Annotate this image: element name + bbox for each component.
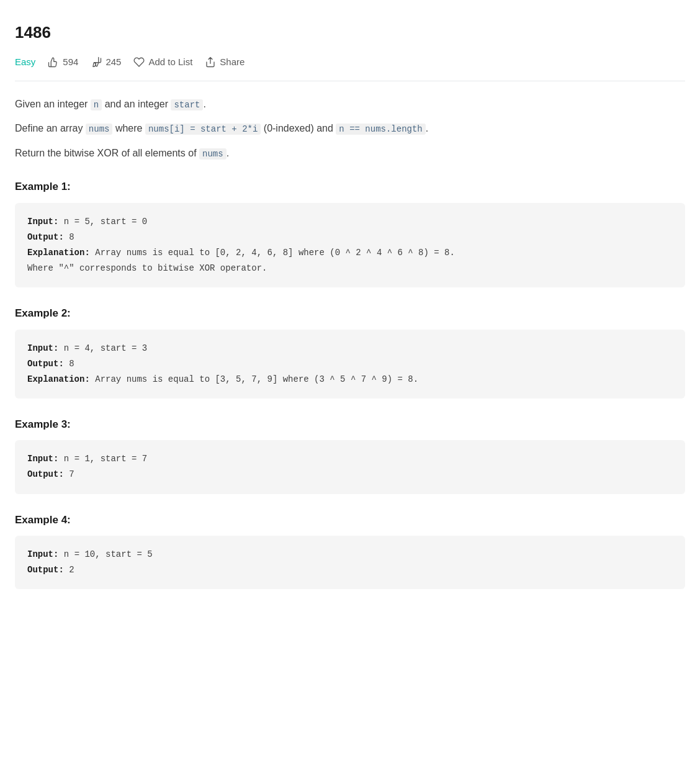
problem-title: 1486 [15,20,685,46]
example-3: Example 3:Input: n = 1, start = 7Output:… [15,416,685,494]
description-line2: Define an array nums where nums[i] = sta… [15,120,685,137]
example-title-1: Example 1: [15,178,685,195]
meta-bar: Easy 594 245 Add to List Share [15,55,685,81]
output-line: Output: 8 [27,356,673,372]
thumbs-down-icon [91,56,102,68]
thumbs-up-icon [48,56,59,68]
input-line: Input: n = 1, start = 7 [27,451,673,467]
add-to-list-label: Add to List [148,56,192,67]
input-line: Input: n = 4, start = 3 [27,341,673,356]
output-line: Output: 2 [27,562,673,578]
inline-code-nums2: nums [199,148,227,160]
add-to-list-button[interactable]: Add to List [133,56,192,68]
example-1: Example 1:Input: n = 5, start = 0Output:… [15,178,685,287]
example-4: Example 4:Input: n = 10, start = 5Output… [15,511,685,590]
output-line: Output: 7 [27,467,673,482]
example-code-2: Input: n = 4, start = 3Output: 8Explanat… [15,330,685,399]
upvote-button[interactable]: 594 [48,56,78,68]
explanation-line: Explanation: Array nums is equal to [0, … [27,245,673,261]
share-icon [205,56,216,68]
heart-icon [133,56,145,68]
share-button[interactable]: Share [205,56,245,68]
problem-description: Given an integer n and an integer start.… [15,96,685,161]
downvote-count: 245 [105,56,121,67]
downvote-button[interactable]: 245 [91,56,121,68]
inline-code-nums: nums [86,124,113,135]
explanation-line2: Where "^" corresponds to bitwise XOR ope… [27,261,673,276]
example-code-4: Input: n = 10, start = 5Output: 2 [15,536,685,589]
examples-section: Example 1:Input: n = 5, start = 0Output:… [15,178,685,589]
example-title-4: Example 4: [15,511,685,528]
upvote-count: 594 [63,56,78,67]
input-line: Input: n = 5, start = 0 [27,214,673,230]
example-code-1: Input: n = 5, start = 0Output: 8Explanat… [15,203,685,288]
example-title-3: Example 3: [15,416,685,433]
input-line: Input: n = 10, start = 5 [27,547,673,562]
explanation-line: Explanation: Array nums is equal to [3, … [27,372,673,387]
example-title-2: Example 2: [15,305,685,322]
output-line: Output: 8 [27,230,673,245]
difficulty-badge: Easy [15,55,35,70]
description-line1: Given an integer n and an integer start. [15,96,685,112]
example-2: Example 2:Input: n = 4, start = 3Output:… [15,305,685,399]
inline-code-start: start [171,99,203,110]
share-label: Share [220,56,245,67]
inline-code-length: n == nums.length [336,124,425,135]
inline-code-formula: nums[i] = start + 2*i [145,124,261,135]
inline-code-n: n [91,99,102,110]
example-code-3: Input: n = 1, start = 7Output: 7 [15,440,685,493]
description-line3: Return the bitwise XOR of all elements o… [15,145,685,161]
